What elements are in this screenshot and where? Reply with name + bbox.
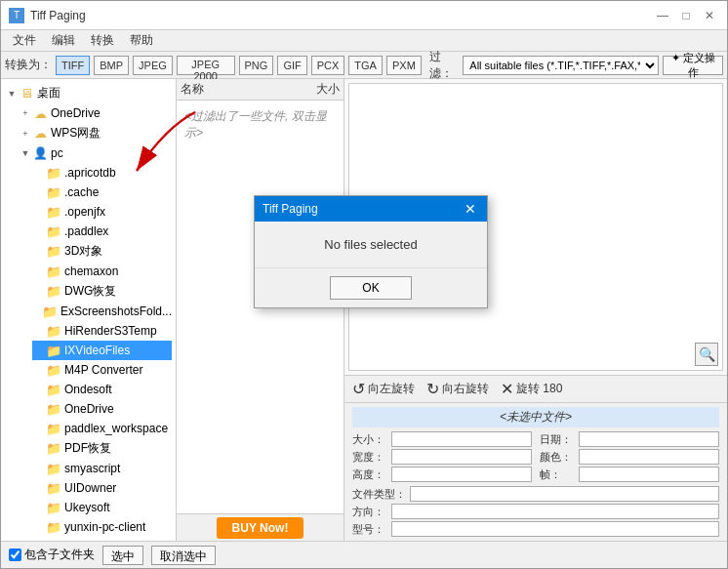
list-item[interactable]: 📁 .openjfx bbox=[32, 202, 172, 222]
list-item[interactable]: 📁 ExScreenshotsFold... bbox=[32, 302, 172, 321]
format-jpeg[interactable]: JPEG bbox=[133, 56, 173, 75]
rotate-right-button[interactable]: ↻ 向右旋转 bbox=[426, 380, 489, 398]
dialog-close-button[interactable]: ✕ bbox=[462, 200, 479, 218]
list-item[interactable]: 📁 UIDowner bbox=[32, 478, 172, 498]
date-value[interactable] bbox=[579, 431, 719, 447]
list-item[interactable]: 📁 Ukeysoft bbox=[32, 498, 172, 517]
buy-button[interactable]: BUY Now! bbox=[217, 517, 304, 539]
rotate-180-label: 旋转 180 bbox=[516, 381, 562, 397]
list-item[interactable]: 📁 .paddlex bbox=[32, 222, 172, 241]
cancel-select-button[interactable]: 取消选中 bbox=[151, 546, 216, 565]
file-placeholder: <过滤出了一些文件, 双击显示> bbox=[181, 104, 340, 145]
format-jpeg2000[interactable]: JPEG 2000 bbox=[177, 56, 235, 75]
menu-edit[interactable]: 编辑 bbox=[44, 30, 83, 51]
list-item[interactable]: 📁 Ondesoft bbox=[32, 380, 172, 399]
menu-convert[interactable]: 转换 bbox=[83, 30, 122, 51]
file-tree: ▼ 🖥 桌面 + ☁ OneDrive + ☁ WPS网盘 bbox=[1, 79, 176, 541]
color-value[interactable] bbox=[579, 449, 719, 465]
list-item[interactable]: 📁 chemaxon bbox=[32, 262, 172, 281]
col-name: 名称 bbox=[181, 81, 281, 98]
folder-icon: 📁 bbox=[46, 382, 61, 397]
direction-value[interactable] bbox=[391, 504, 719, 519]
filetype-label: 文件类型： bbox=[352, 487, 406, 502]
format-pxm[interactable]: PXM bbox=[386, 56, 422, 75]
height-value[interactable] bbox=[391, 467, 532, 482]
custom-op-button[interactable]: ✦ 定义操作 bbox=[663, 56, 723, 75]
dialog-message: No files selected bbox=[324, 237, 417, 252]
rotate-180-button[interactable]: ✕ 旋转 180 bbox=[501, 380, 562, 398]
color-label: 颜色： bbox=[540, 450, 575, 465]
filter-label: 过滤： bbox=[429, 49, 460, 82]
file-list-header: 名称 大小 bbox=[177, 79, 344, 101]
folder-icon: 📁 bbox=[46, 461, 61, 476]
rotate-left-icon: ↺ bbox=[352, 380, 365, 398]
info-title: <未选中文件> bbox=[352, 407, 719, 427]
list-item[interactable]: + ☁ WPS网盘 bbox=[19, 123, 172, 143]
folder-icon: 📁 bbox=[46, 519, 61, 535]
frame-label: 帧： bbox=[540, 467, 575, 482]
list-item[interactable]: + ☁ OneDrive bbox=[19, 103, 172, 123]
list-item[interactable]: 📁 .apricotdb bbox=[32, 163, 172, 183]
folder-icon: 📁 bbox=[42, 304, 58, 319]
folder-icon: 🖥 bbox=[19, 86, 34, 102]
expand-icon: ▼ bbox=[5, 89, 19, 99]
list-item[interactable]: 📁 HiRenderS3Temp bbox=[32, 321, 172, 341]
menu-file[interactable]: 文件 bbox=[5, 30, 44, 51]
rotate-left-label: 向左旋转 bbox=[368, 381, 415, 397]
date-label: 日期： bbox=[540, 432, 575, 447]
folder-icon: 📁 bbox=[46, 362, 61, 378]
format-gif[interactable]: GIF bbox=[277, 56, 306, 75]
minimize-button[interactable]: — bbox=[653, 6, 672, 25]
height-label: 高度： bbox=[352, 467, 387, 482]
width-label: 宽度： bbox=[352, 450, 387, 465]
info-panel: <未选中文件> 大小： 日期： 宽度： 颜色： bbox=[344, 402, 727, 541]
title-controls: — □ ✕ bbox=[653, 6, 719, 25]
dialog-ok-button[interactable]: OK bbox=[330, 276, 411, 300]
format-tga[interactable]: TGA bbox=[348, 56, 383, 75]
list-item[interactable]: 📁 paddlex_workspace bbox=[32, 419, 172, 438]
list-item[interactable]: 📁 M4P Converter bbox=[32, 360, 172, 380]
dialog-footer: OK bbox=[255, 267, 487, 307]
bottom-bar: 包含子文件夹 选中 取消选中 bbox=[1, 541, 727, 568]
maximize-button[interactable]: □ bbox=[676, 6, 696, 25]
folder-icon: 📁 bbox=[46, 441, 61, 457]
list-item[interactable]: 📁 .cache bbox=[32, 183, 172, 202]
filter-select[interactable]: All suitable files (*.TIF,*.TIFF,*.FAX,*… bbox=[463, 56, 659, 75]
shape-label: 型号： bbox=[352, 522, 387, 537]
tree-root[interactable]: ▼ 🖥 桌面 bbox=[5, 83, 172, 103]
tree-item-ixvideo[interactable]: 📁 IXVideoFiles bbox=[32, 341, 172, 360]
folder-icon: 📁 bbox=[46, 284, 61, 300]
include-subfolders-checkbox[interactable]: 包含子文件夹 bbox=[9, 547, 95, 563]
width-value[interactable] bbox=[391, 449, 532, 465]
list-item[interactable]: ▼ 👤 pc bbox=[19, 143, 172, 163]
menu-help[interactable]: 帮助 bbox=[122, 30, 161, 51]
format-pcx[interactable]: PCX bbox=[311, 56, 345, 75]
list-item[interactable]: 📁 3D对象 bbox=[32, 241, 172, 262]
size-value[interactable] bbox=[391, 431, 532, 447]
list-item[interactable]: 📁 DWG恢复 bbox=[32, 281, 172, 302]
list-item[interactable]: 📁 OneDrive bbox=[32, 399, 172, 419]
left-panel: ▼ 🖥 桌面 + ☁ OneDrive + ☁ WPS网盘 bbox=[1, 79, 177, 541]
rotate-right-icon: ↻ bbox=[426, 380, 439, 398]
tree-root-label: 桌面 bbox=[37, 85, 61, 102]
toolbar: 转换为： TIFF BMP JPEG JPEG 2000 PNG GIF PCX… bbox=[1, 52, 727, 79]
list-item[interactable]: 📁 PDF恢复 bbox=[32, 438, 172, 459]
direction-label: 方向： bbox=[352, 505, 387, 519]
list-item[interactable]: 📁 yunxin-pc-client bbox=[32, 517, 172, 537]
size-label: 大小： bbox=[352, 432, 387, 447]
format-bmp[interactable]: BMP bbox=[94, 56, 129, 75]
rotate-left-button[interactable]: ↺ 向左旋转 bbox=[352, 380, 415, 398]
close-button[interactable]: ✕ bbox=[700, 6, 719, 25]
filetype-value[interactable] bbox=[410, 486, 719, 502]
frame-value[interactable] bbox=[579, 467, 719, 482]
shape-value[interactable] bbox=[391, 521, 719, 537]
list-item[interactable]: 📁 smyascript bbox=[32, 459, 172, 478]
format-png[interactable]: PNG bbox=[239, 56, 274, 75]
preview-search-button[interactable]: 🔍 bbox=[695, 343, 718, 366]
format-tiff[interactable]: TIFF bbox=[56, 56, 90, 75]
folder-icon: ☁ bbox=[32, 105, 48, 121]
app-icon: T bbox=[9, 8, 24, 23]
select-button[interactable]: 选中 bbox=[102, 546, 143, 565]
window-title: Tiff Paging bbox=[30, 9, 86, 22]
dialog-body: No files selected bbox=[255, 222, 487, 267]
